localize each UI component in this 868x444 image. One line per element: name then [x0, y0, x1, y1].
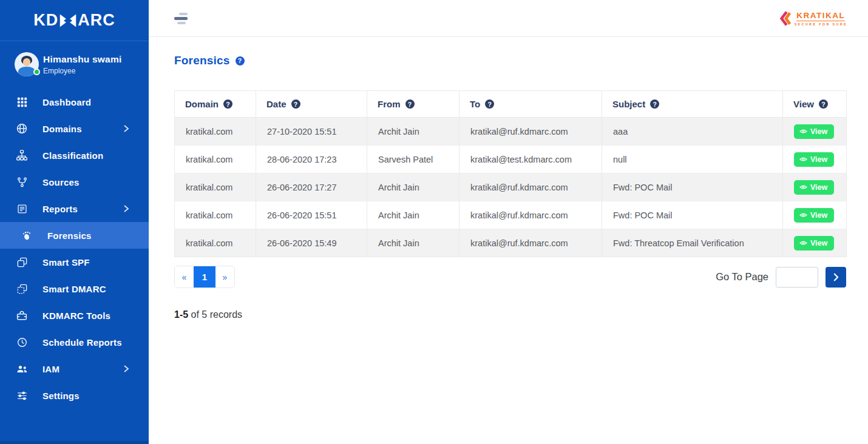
column-header-to: To? — [459, 91, 602, 118]
help-icon[interactable]: ? — [485, 99, 494, 109]
table-row: kratikal.com 28-06-2020 17:23 Sarvesh Pa… — [175, 146, 847, 173]
logo-bowtie-m-icon — [59, 13, 77, 28]
pagination-page-1-button[interactable]: 1 — [194, 266, 215, 288]
column-label: Date — [266, 99, 287, 109]
sidebar-item-label: Smart DMARC — [42, 284, 106, 294]
help-icon[interactable]: ? — [236, 56, 245, 66]
sidebar-footer-strip — [0, 441, 149, 444]
user-profile[interactable]: Himanshu swami Employee — [0, 41, 149, 87]
column-header-date: Date? — [256, 91, 367, 118]
sidebar-item-label: IAM — [42, 364, 59, 374]
clone-refresh-icon — [16, 284, 28, 294]
help-icon[interactable]: ? — [650, 99, 659, 109]
cell-to: kratikal@ruf.kdmarc.com — [459, 173, 602, 201]
page-title-row: Forensics ? — [174, 54, 846, 67]
view-button[interactable]: View — [794, 180, 834, 195]
sidebar-item-smart-spf[interactable]: Smart SPF — [0, 249, 149, 275]
table-header-row: Domain? Date? From? To? Subject? View? — [175, 91, 847, 118]
app-logo-wrap: KD ARC — [0, 0, 149, 41]
column-label: Domain — [185, 99, 219, 109]
column-header-subject: Subject? — [602, 91, 783, 118]
kdmarc-logo[interactable]: KD ARC — [33, 11, 115, 30]
sidebar-item-label: Schedule Reports — [42, 337, 122, 348]
view-button-label: View — [810, 127, 827, 136]
cell-date: 27-10-2020 15:51 — [256, 118, 367, 146]
user-role: Employee — [43, 67, 121, 75]
sidebar-item-label: Smart SPF — [42, 257, 90, 267]
sidebar-item-settings[interactable]: Settings — [0, 382, 149, 409]
sidebar-item-domains[interactable]: Domains — [0, 115, 149, 142]
cell-from: Archit Jain — [367, 201, 459, 229]
sidebar-item-label: Classification — [42, 150, 103, 161]
cell-domain: kratikal.com — [175, 201, 256, 229]
view-button[interactable]: View — [794, 236, 834, 251]
records-suffix: of 5 records — [188, 309, 242, 320]
branch-icon — [16, 177, 28, 187]
cell-to: kratikal@ruf.kdmarc.com — [459, 118, 602, 146]
column-header-from: From? — [367, 91, 459, 118]
goto-page-input[interactable] — [776, 267, 818, 288]
records-summary: 1-5 of 5 records — [174, 309, 846, 320]
cell-from: Archit Jain — [367, 229, 459, 257]
pagination-next-button[interactable]: » — [215, 266, 234, 288]
sitemap-icon — [16, 150, 28, 161]
view-button[interactable]: View — [794, 124, 834, 139]
sidebar-item-kdmarc-tools[interactable]: KDMARC Tools — [0, 302, 149, 329]
sidebar-item-sources[interactable]: Sources — [0, 169, 149, 195]
view-button[interactable]: View — [794, 152, 834, 167]
help-icon[interactable]: ? — [819, 99, 828, 109]
sidebar-item-classification[interactable]: Classification — [0, 142, 149, 169]
table-row: kratikal.com 27-10-2020 15:51 Archit Jai… — [175, 118, 847, 146]
help-icon[interactable]: ? — [291, 99, 300, 109]
cell-domain: kratikal.com — [175, 173, 256, 201]
sidebar-nav: Dashboard Domains Classification — [0, 89, 149, 409]
user-name: Himanshu swami — [43, 54, 121, 65]
report-icon — [16, 204, 28, 214]
cell-date: 26-06-2020 15:51 — [256, 201, 367, 229]
cell-subject: Fwd: POC Mail — [602, 173, 783, 201]
cell-from: Archit Jain — [367, 173, 459, 201]
eye-icon — [799, 240, 807, 246]
logo-text-left: KD — [33, 11, 58, 30]
sidebar-item-iam[interactable]: IAM — [0, 355, 149, 382]
topbar: KRATIKAL SECURE FOR SURE — [149, 0, 868, 37]
column-label: To — [470, 99, 480, 109]
cell-subject: Fwd: POC Mail — [602, 201, 783, 229]
view-button-label: View — [810, 183, 827, 192]
sidebar-item-schedule-reports[interactable]: Schedule Reports — [0, 329, 149, 355]
pagination-prev-button[interactable]: « — [175, 266, 194, 288]
main-area: KRATIKAL SECURE FOR SURE Forensics ? Dom… — [149, 0, 868, 444]
online-status-dot — [33, 69, 40, 75]
goto-page-label: Go To Page — [716, 271, 768, 283]
cell-subject: null — [602, 146, 783, 173]
globe-icon — [16, 123, 28, 134]
page-title: Forensics — [174, 54, 230, 67]
sidebar-item-label: Sources — [42, 177, 80, 187]
cell-subject: aaa — [602, 118, 783, 146]
sidebar-item-dashboard[interactable]: Dashboard — [0, 89, 149, 115]
sidebar-item-reports[interactable]: Reports — [0, 195, 149, 222]
column-header-domain: Domain? — [175, 91, 256, 118]
cell-from: Archit Jain — [367, 118, 459, 146]
goto-page-button[interactable] — [826, 267, 846, 288]
cell-to: kratikal@ruf.kdmarc.com — [459, 229, 602, 257]
clone-icon — [16, 257, 28, 267]
pager: « 1 » — [174, 266, 235, 288]
help-icon[interactable]: ? — [223, 99, 232, 109]
clock-icon — [16, 337, 28, 348]
cell-domain: kratikal.com — [175, 118, 256, 146]
view-button-label: View — [810, 211, 827, 220]
brand-tagline: SECURE FOR SURE — [795, 22, 847, 26]
chevron-right-icon — [123, 364, 129, 374]
help-icon[interactable]: ? — [405, 99, 415, 109]
view-button[interactable]: View — [794, 208, 834, 223]
menu-toggle-icon[interactable] — [174, 13, 189, 24]
sidebar-item-smart-dmarc[interactable]: Smart DMARC — [0, 275, 149, 302]
cell-date: 26-06-2020 15:49 — [256, 229, 367, 257]
sidebar-item-forensics[interactable]: Forensics — [0, 222, 149, 249]
users-icon — [16, 364, 28, 374]
records-range: 1-5 — [174, 309, 188, 320]
eye-icon — [799, 184, 807, 190]
table-row: kratikal.com 26-06-2020 17:27 Archit Jai… — [175, 173, 847, 201]
cell-to: kratikal@ruf.kdmarc.com — [459, 201, 602, 229]
